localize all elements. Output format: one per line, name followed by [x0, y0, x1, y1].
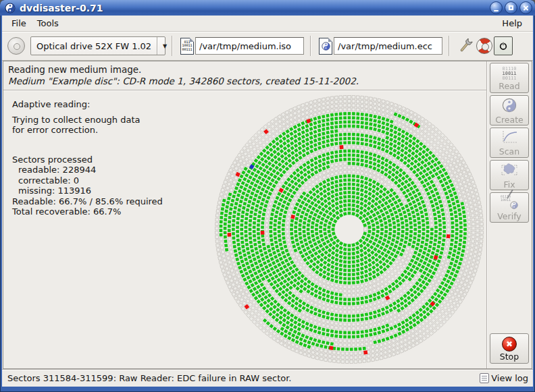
mode-desc-line2: for error correction. — [12, 125, 163, 136]
ecc-file-icon — [319, 38, 332, 55]
iso-path-input[interactable] — [195, 37, 304, 55]
action-sidebar: 01110 10011 00111 Read — [486, 61, 532, 368]
mode-label: Adaptive reading: — [12, 99, 163, 110]
yinyang-icon — [322, 42, 330, 51]
missing-count: missing: 113916 — [12, 186, 163, 196]
window-title: dvdisaster-0.71 — [20, 3, 488, 13]
preferences-button[interactable] — [456, 36, 475, 56]
toolbar-separator — [172, 36, 173, 56]
correctable-count: correctable: 0 — [12, 175, 163, 186]
action-title: Reading new medium image. — [8, 63, 482, 76]
readable-percent: Readable: 66.7% / 85.6% required — [12, 196, 163, 207]
readable-count: readable: 228944 — [12, 165, 163, 175]
ecc-path-input[interactable] — [334, 37, 442, 55]
verify-button[interactable]: 01110 10011 Ver — [490, 192, 529, 223]
toolbar-separator — [449, 36, 450, 56]
stop-icon: ✖ — [502, 337, 517, 352]
sectors-processed-label: Sectors processed — [12, 155, 163, 165]
yinyang-create-icon — [502, 98, 517, 115]
drive-selector[interactable]: Optical drive 52X FW 1.02 ▼ — [30, 36, 165, 55]
statusbar: Sectors 311584-311599: Raw Reader: EDC f… — [2, 369, 533, 387]
scan-button[interactable]: Scan — [490, 128, 529, 158]
optical-disc-icon — [7, 37, 25, 55]
quit-button[interactable] — [494, 36, 513, 55]
toolbar: Optical drive 52X FW 1.02 ▼ 011 10011 00… — [2, 32, 533, 61]
log-icon — [480, 373, 489, 383]
mode-desc-line1: Trying to collect enough data — [12, 115, 163, 125]
binary-read-icon: 01110 10011 00111 — [502, 67, 516, 81]
recoverable-percent: Total recoverable: 66.7% — [12, 206, 163, 217]
close-button[interactable] — [519, 1, 532, 14]
view-log-button[interactable]: View log — [480, 373, 528, 383]
drive-selector-value: Optical drive 52X FW 1.02 — [31, 41, 157, 51]
app-logo-yinyang-icon — [5, 3, 16, 13]
menu-file[interactable]: File — [6, 17, 32, 30]
fix-button[interactable]: Fix — [490, 160, 529, 190]
app-window: dvdisaster-0.71 File Tools Help Optical … — [0, 0, 535, 392]
menu-tools[interactable]: Tools — [32, 17, 64, 30]
sector-spiral — [203, 86, 503, 369]
status-message: Sectors 311584-311599: Raw Reader: EDC f… — [7, 373, 291, 383]
window-body: File Tools Help Optical drive 52X FW 1.0… — [2, 16, 533, 387]
ecc-file-button[interactable] — [317, 36, 334, 56]
read-button[interactable]: 01110 10011 00111 Read — [490, 63, 529, 93]
wrench-icon — [457, 37, 474, 55]
power-icon — [499, 40, 508, 52]
menubar: File Tools Help — [2, 16, 533, 32]
lifebelt-icon — [476, 38, 492, 54]
iso-image-icon: 011 10011 00111 — [180, 38, 194, 55]
create-button[interactable]: Create — [490, 95, 529, 125]
verify-compare-icon: 01110 10011 — [501, 195, 518, 211]
minimize-button[interactable] — [490, 1, 503, 14]
drive-button[interactable] — [6, 36, 26, 56]
reading-stats: Adaptive reading: Trying to collect enou… — [12, 99, 163, 217]
fix-splash-icon — [501, 163, 518, 179]
minimize-icon — [494, 10, 499, 11]
menu-help[interactable]: Help — [496, 17, 528, 30]
stop-button[interactable]: ✖ Stop — [490, 333, 529, 364]
toolbar-separator — [310, 36, 311, 56]
titlebar: dvdisaster-0.71 — [0, 0, 535, 16]
chevron-down-icon: ▼ — [158, 43, 172, 49]
view-log-label: View log — [491, 373, 528, 383]
scan-curve-icon — [501, 130, 518, 146]
maximize-button[interactable] — [505, 1, 517, 14]
main-panel: Reading new medium image. Medium "Exampl… — [3, 61, 532, 369]
help-lifebelt-button[interactable] — [475, 36, 494, 55]
maximize-icon — [509, 5, 513, 10]
iso-file-button[interactable]: 011 10011 00111 — [179, 36, 195, 56]
